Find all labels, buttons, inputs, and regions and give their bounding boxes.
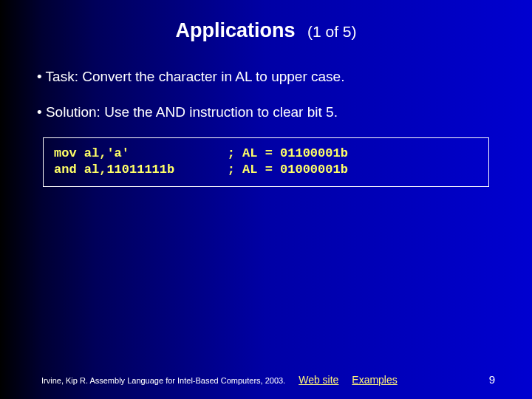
bullet-text: Task: Convert the character in AL to upp… bbox=[46, 69, 345, 84]
page-number: 9 bbox=[489, 373, 495, 386]
web-site-link[interactable]: Web site bbox=[299, 374, 338, 386]
slide-title: Applications bbox=[176, 19, 296, 41]
bullet-text: Solution: Use the AND instruction to cle… bbox=[46, 104, 338, 120]
footer-links: Web site Examples bbox=[299, 374, 408, 386]
bullet-list: • Task: Convert the character in AL to u… bbox=[37, 67, 495, 121]
footer-credit: Irvine, Kip R. Assembly Language for Int… bbox=[41, 376, 285, 385]
slide-footer: Irvine, Kip R. Assembly Language for Int… bbox=[0, 373, 532, 386]
examples-link[interactable]: Examples bbox=[352, 374, 397, 386]
bullet-item: • Solution: Use the AND instruction to c… bbox=[37, 103, 495, 122]
code-box: mov al,'a' ; AL = 01100001b and al,11011… bbox=[43, 137, 489, 187]
code-content: mov al,'a' ; AL = 01100001b and al,11011… bbox=[54, 146, 478, 177]
slide-title-area: Applications (1 of 5) bbox=[0, 0, 532, 42]
slide-subtitle: (1 of 5) bbox=[307, 23, 357, 40]
bullet-item: • Task: Convert the character in AL to u… bbox=[37, 67, 495, 86]
